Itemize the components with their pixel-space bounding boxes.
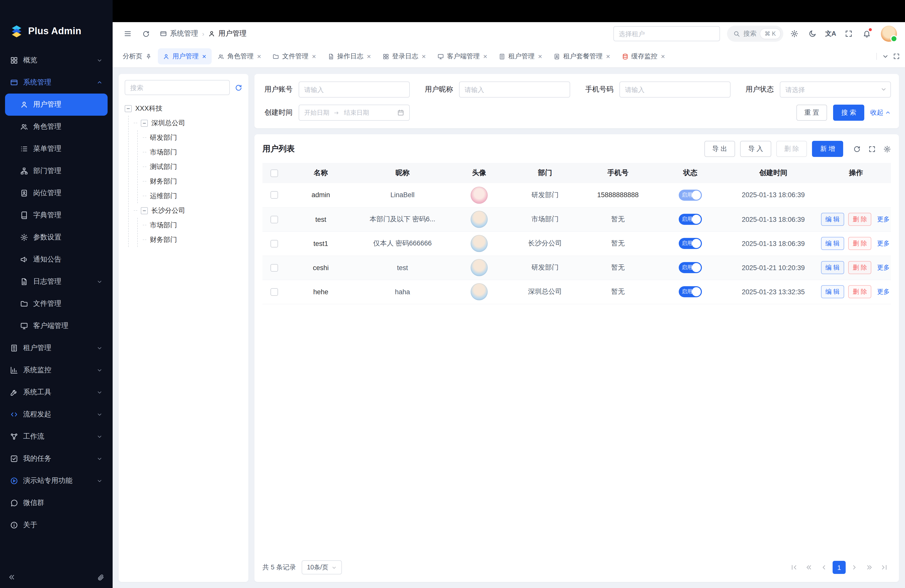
status-toggle[interactable]: 启用	[679, 214, 702, 225]
sidebar-item-file-mgmt[interactable]: 文件管理	[5, 293, 108, 315]
sidebar-item-process-start[interactable]: 流程发起	[5, 404, 108, 426]
page-size-select[interactable]: 10条/页	[302, 560, 342, 574]
tabs-dropdown-chevron-icon[interactable]	[882, 53, 889, 60]
pin-icon[interactable]	[145, 53, 152, 60]
sidebar-item-my-tasks[interactable]: 我的任务	[5, 448, 108, 470]
sidebar-item-notice[interactable]: 通知公告	[5, 248, 108, 271]
edit-button[interactable]: 编 辑	[821, 285, 844, 298]
row-checkbox[interactable]	[270, 240, 278, 247]
sidebar-item-overview[interactable]: 概览	[5, 49, 108, 72]
status-toggle[interactable]: 启用	[679, 286, 702, 297]
sidebar-item-user-mgmt[interactable]: 用户管理	[5, 94, 108, 116]
tree-node-leaf[interactable]: 研发部门	[143, 130, 242, 145]
status-select[interactable]	[780, 81, 891, 98]
row-checkbox[interactable]	[270, 216, 278, 223]
user-avatar[interactable]	[881, 25, 897, 42]
tenant-select[interactable]	[613, 26, 720, 41]
tree-node-branch[interactable]: − 长沙分公司	[134, 203, 242, 218]
app-logo[interactable]: Plus Admin	[0, 17, 113, 45]
edit-button[interactable]: 编 辑	[821, 237, 844, 250]
sidebar-item-param-settings[interactable]: 参数设置	[5, 226, 108, 248]
sidebar-item-system-mgmt[interactable]: 系统管理	[5, 72, 108, 94]
tab-analysis[interactable]: 分析页	[117, 48, 157, 64]
sidebar-item-role-mgmt[interactable]: 角色管理	[5, 116, 108, 138]
refresh-tree-icon[interactable]	[235, 84, 242, 91]
collapse-node-icon[interactable]: −	[141, 207, 148, 214]
close-icon[interactable]: ×	[421, 53, 426, 60]
close-icon[interactable]: ×	[256, 53, 262, 60]
tab-login-log[interactable]: 登录日志 ×	[378, 48, 431, 64]
forward-5-pages-button[interactable]	[863, 561, 876, 574]
close-icon[interactable]: ×	[202, 53, 206, 60]
sidebar-item-demo-features[interactable]: 演示站专用功能	[5, 470, 108, 492]
sidebar-item-tenant-mgmt[interactable]: 租户管理	[5, 337, 108, 359]
tab-cache-monitor[interactable]: 缓存监控 ×	[617, 48, 670, 64]
tree-node-branch[interactable]: − 深圳总公司	[134, 116, 242, 130]
add-user-button[interactable]: 新 增	[812, 141, 843, 157]
sidebar-item-workflow[interactable]: 工作流	[5, 426, 108, 448]
breadcrumb-current[interactable]: 用户管理	[208, 29, 247, 38]
translate-icon[interactable]: 文A	[824, 27, 838, 41]
reset-button[interactable]: 重 置	[796, 105, 827, 121]
collapse-node-icon[interactable]: −	[125, 105, 132, 112]
back-5-pages-button[interactable]	[802, 561, 816, 574]
tab-operation-log[interactable]: 操作日志 ×	[322, 48, 376, 64]
row-checkbox[interactable]	[270, 264, 278, 271]
collapse-sidebar-icon[interactable]	[8, 573, 16, 581]
status-toggle[interactable]: 启用	[679, 190, 702, 201]
tree-node-leaf[interactable]: 运维部门	[143, 189, 242, 203]
sidebar-item-dict-mgmt[interactable]: 字典管理	[5, 204, 108, 226]
more-button[interactable]: 更多	[876, 285, 891, 298]
fullscreen-icon[interactable]	[841, 27, 856, 41]
tree-node-leaf[interactable]: 市场部门	[143, 145, 242, 159]
tab-role-mgmt[interactable]: 角色管理 ×	[213, 48, 267, 64]
tab-tenant-package-mgmt[interactable]: 租户套餐管理 ×	[549, 48, 616, 64]
column-settings-gear-icon[interactable]	[883, 145, 891, 153]
close-icon[interactable]: ×	[311, 53, 316, 60]
tab-file-mgmt[interactable]: 文件管理 ×	[268, 48, 322, 64]
last-page-button[interactable]	[878, 561, 891, 574]
tree-node-leaf[interactable]: 财务部门	[143, 232, 242, 247]
settings-gear-icon[interactable]	[788, 27, 802, 41]
row-checkbox[interactable]	[270, 191, 278, 199]
sidebar-item-dept-mgmt[interactable]: 部门管理	[5, 160, 108, 182]
close-icon[interactable]: ×	[660, 53, 665, 60]
sidebar-item-wechat-group[interactable]: 微信群	[5, 492, 108, 514]
sidebar-item-sys-monitor[interactable]: 系统监控	[5, 359, 108, 381]
hamburger-menu-icon[interactable]	[121, 27, 135, 41]
tree-node-root[interactable]: − XXX科技	[125, 101, 242, 116]
more-button[interactable]: 更多	[876, 237, 891, 250]
more-button[interactable]: 更多	[876, 213, 891, 226]
breadcrumb-parent[interactable]: 系统管理	[160, 29, 198, 38]
sidebar-item-menu-mgmt[interactable]: 菜单管理	[5, 138, 108, 160]
tree-node-leaf[interactable]: 测试部门	[143, 159, 242, 174]
collapse-node-icon[interactable]: −	[141, 119, 148, 127]
delete-button[interactable]: 删 除	[848, 261, 872, 274]
date-range-picker[interactable]: 开始日期 结束日期	[298, 105, 410, 121]
first-page-button[interactable]	[788, 561, 800, 574]
more-button[interactable]: 更多	[876, 261, 891, 274]
content-fullscreen-icon[interactable]	[893, 53, 900, 60]
sidebar-item-sys-tools[interactable]: 系统工具	[5, 381, 108, 404]
global-search[interactable]: 搜索 ⌘ K	[727, 25, 783, 42]
status-toggle[interactable]: 启用	[679, 262, 702, 273]
current-page-button[interactable]: 1	[833, 561, 846, 574]
refresh-page-icon[interactable]	[139, 27, 153, 41]
status-toggle[interactable]: 启用	[679, 238, 702, 249]
notification-bell-icon[interactable]	[860, 27, 874, 41]
tree-node-leaf[interactable]: 财务部门	[143, 174, 242, 189]
edit-button[interactable]: 编 辑	[821, 261, 844, 274]
tree-node-leaf[interactable]: 市场部门	[143, 218, 242, 232]
tree-search-input[interactable]	[125, 80, 230, 95]
sidebar-item-client-mgmt[interactable]: 客户端管理	[5, 315, 108, 337]
dark-mode-moon-icon[interactable]	[805, 27, 819, 41]
tab-client-mgmt[interactable]: 客户端管理 ×	[432, 48, 493, 64]
delete-button[interactable]: 删 除	[848, 213, 872, 226]
sidebar-item-log-mgmt[interactable]: 日志管理	[5, 271, 108, 293]
row-checkbox[interactable]	[270, 288, 278, 296]
import-button[interactable]: 导 入	[740, 141, 771, 157]
previous-page-button[interactable]	[818, 561, 830, 574]
table-fullscreen-icon[interactable]	[868, 145, 876, 153]
delete-button[interactable]: 删 除	[848, 285, 872, 298]
close-icon[interactable]: ×	[366, 53, 371, 60]
